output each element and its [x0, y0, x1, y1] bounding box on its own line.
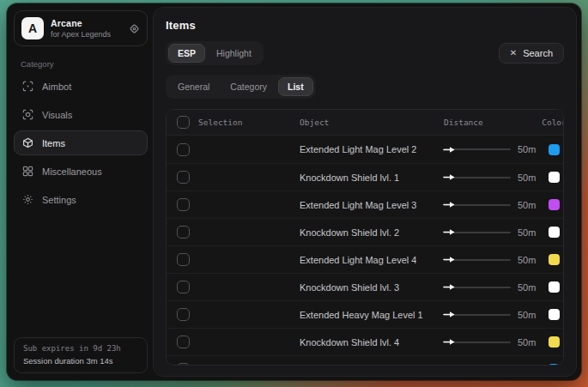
color-swatch[interactable]: [549, 227, 560, 238]
color-swatch[interactable]: [549, 199, 560, 210]
distance-value: 50m: [518, 200, 536, 210]
distance-slider[interactable]: [444, 201, 511, 209]
color-swatch[interactable]: [549, 364, 560, 366]
slider-thumb-icon[interactable]: [443, 311, 456, 318]
distance-value: 50m: [518, 255, 536, 265]
table-row: Extended Light Mag Level 4 50m: [167, 245, 563, 273]
table-body: Extended Light Mag Level 2 50m Knockdo: [167, 136, 563, 366]
app-title: Arcane: [51, 18, 122, 28]
tab-general[interactable]: General: [168, 77, 219, 96]
row-checkbox[interactable]: [177, 281, 190, 293]
crosshair-icon: [22, 81, 33, 92]
distance-slider[interactable]: [444, 338, 511, 347]
slider-thumb-icon[interactable]: [443, 201, 456, 209]
sidebar-item-label: Miscellaneous: [42, 166, 102, 177]
sidebar-spacer: [14, 212, 148, 337]
sidebar-item-label: Items: [42, 138, 65, 148]
select-all-checkbox[interactable]: [177, 116, 190, 129]
search-button[interactable]: ✕ Search: [499, 43, 564, 63]
row-checkbox[interactable]: [177, 253, 190, 266]
sidebar-item-visuals[interactable]: Visuals: [14, 102, 148, 127]
row-checkbox[interactable]: [177, 171, 190, 184]
slider-thumb-icon[interactable]: [443, 256, 456, 263]
tab-highlight[interactable]: Highlight: [207, 44, 261, 63]
color-swatch[interactable]: [549, 172, 560, 183]
brand-text: Arcane for Apex Legends: [51, 18, 122, 39]
slider-thumb-icon[interactable]: [443, 146, 456, 154]
distance-value: 50m: [518, 282, 536, 293]
slider-thumb-icon[interactable]: [443, 173, 456, 181]
object-name: Knockdown Shield lvl. 3: [300, 282, 399, 293]
sidebar-item-items[interactable]: Items: [14, 130, 148, 155]
distance-value: 50m: [518, 227, 536, 238]
sidebar-item-miscellaneous[interactable]: Miscellaneous: [14, 159, 148, 184]
x-icon: ✕: [510, 49, 517, 57]
tab-category[interactable]: Category: [221, 77, 276, 96]
items-table: Selection Object Distance Color Extended…: [166, 109, 564, 366]
column-object: Object: [300, 118, 329, 127]
pin-icon[interactable]: [129, 23, 140, 34]
object-name: Knockdown Shield lvl. 2: [300, 227, 399, 238]
object-name: Knockdown Shield lvl. 1: [300, 172, 399, 183]
mode-tab-group: ESP Highlight: [166, 41, 264, 65]
sidebar-item-settings[interactable]: Settings: [14, 187, 148, 212]
session-card: Sub expires in 9d 23h Session duration 3…: [14, 337, 148, 373]
row-checkbox[interactable]: [177, 226, 190, 239]
row-checkbox[interactable]: [177, 336, 190, 348]
column-color: Color: [542, 118, 564, 127]
object-name: Knockdown Shield lvl. 4: [300, 337, 399, 348]
distance-value: 50m: [518, 172, 536, 183]
brand-card: A Arcane for Apex Legends: [14, 10, 148, 46]
column-selection: Selection: [198, 118, 242, 127]
main-panel: Items ESP Highlight ✕ Search General Cat…: [153, 7, 577, 377]
view-tab-group: General Category List: [166, 75, 316, 99]
sub-expires-text: Sub expires in 9d 23h: [23, 344, 138, 353]
object-name: Extended Heavy Mag Level 1: [300, 310, 423, 320]
slider-thumb-icon[interactable]: [443, 283, 456, 291]
sidebar-item-label: Settings: [42, 195, 76, 205]
distance-slider[interactable]: [444, 256, 511, 264]
slider-thumb-icon[interactable]: [443, 338, 456, 346]
app-logo: A: [21, 17, 44, 39]
tab-esp[interactable]: ESP: [168, 44, 205, 63]
table-row: Extended Heavy Mag Level 1 50m: [167, 300, 563, 328]
row-checkbox[interactable]: [177, 143, 190, 156]
row-checkbox[interactable]: [177, 198, 190, 211]
column-distance: Distance: [444, 118, 483, 127]
distance-slider[interactable]: [444, 311, 511, 319]
distance-slider[interactable]: [444, 228, 511, 237]
distance-value: 50m: [518, 144, 536, 154]
object-name: Backpack lvl. 1: [300, 365, 362, 366]
distance-value: 50m: [518, 337, 536, 348]
table-row: Backpack lvl. 1 50m: [167, 355, 563, 366]
color-swatch[interactable]: [549, 254, 560, 265]
distance-slider[interactable]: [444, 366, 511, 366]
category-label: Category: [21, 59, 148, 69]
sidebar-item-aimbot[interactable]: Aimbot: [14, 74, 148, 99]
table-header: Selection Object Distance Color: [167, 110, 563, 136]
distance-slider[interactable]: [444, 145, 511, 154]
distance-slider[interactable]: [444, 283, 511, 292]
table-row: Extended Light Mag Level 3 50m: [167, 190, 563, 218]
color-swatch[interactable]: [549, 309, 560, 320]
table-row: Extended Light Mag Level 2 50m: [167, 136, 563, 163]
distance-slider[interactable]: [444, 173, 511, 182]
row-checkbox[interactable]: [177, 308, 190, 321]
toolbar: ESP Highlight ✕ Search: [166, 41, 564, 65]
sidebar-nav: Aimbot Visuals Items Miscellaneous Setti…: [14, 74, 148, 212]
sidebar: A Arcane for Apex Legends Category Aimbo…: [7, 3, 153, 380]
slider-thumb-icon[interactable]: [443, 228, 456, 236]
sidebar-item-label: Visuals: [42, 110, 72, 120]
color-swatch[interactable]: [549, 336, 560, 348]
distance-value: 50m: [518, 365, 536, 366]
color-swatch[interactable]: [549, 281, 560, 293]
row-checkbox[interactable]: [177, 363, 190, 366]
table-row: Knockdown Shield lvl. 2 50m: [167, 218, 563, 245]
tab-list[interactable]: List: [278, 77, 313, 96]
box-icon: [22, 137, 33, 148]
table-row: Knockdown Shield lvl. 3 50m: [167, 273, 563, 300]
grid-icon: [22, 166, 33, 177]
session-duration-text: Session duration 3m 14s: [23, 356, 138, 366]
app-subtitle: for Apex Legends: [51, 30, 122, 39]
color-swatch[interactable]: [549, 144, 560, 155]
